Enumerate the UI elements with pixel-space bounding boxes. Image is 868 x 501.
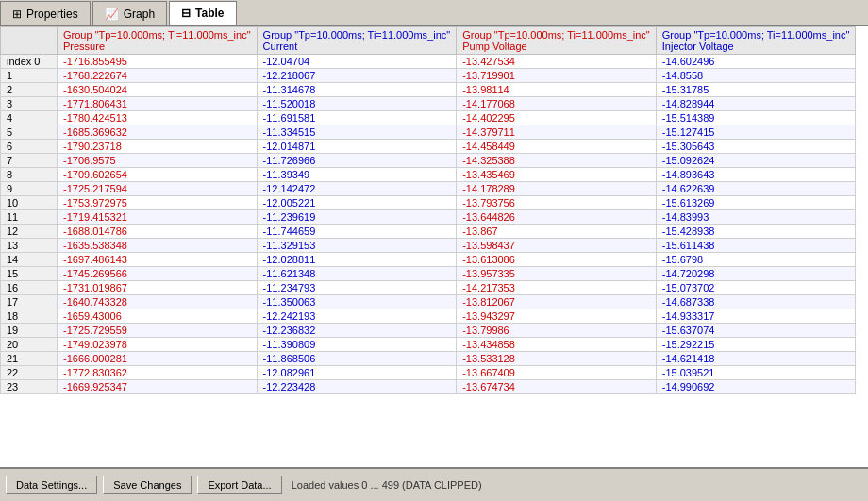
table-row: 15-1745.269566-11.621348-13.957335-14.72… bbox=[1, 267, 856, 281]
cell-current: -11.239619 bbox=[257, 210, 457, 225]
cell-pressure: -1790.23718 bbox=[58, 140, 258, 154]
cell-index: 21 bbox=[1, 352, 58, 366]
cell-injector: -15.611438 bbox=[656, 239, 856, 253]
tab-properties[interactable]: ⊞ Properties bbox=[0, 1, 91, 25]
col-header-pressure: Group "Tp=10.000ms; Ti=11.000ms_inc"Pres… bbox=[58, 27, 258, 55]
cell-pressure: -1685.369632 bbox=[58, 125, 258, 140]
save-changes-button[interactable]: Save Changes bbox=[103, 476, 192, 494]
cell-index: 13 bbox=[1, 239, 58, 253]
table-row: 22-1772.830362-12.082961-13.667409-15.03… bbox=[1, 366, 856, 380]
table-row: index 0-1716.855495-12.04704-13.427534-1… bbox=[1, 55, 856, 69]
cell-current: -11.329153 bbox=[257, 239, 457, 253]
table-row: 9-1725.217594-12.142472-14.178289-14.622… bbox=[1, 182, 856, 196]
cell-index: 19 bbox=[1, 324, 58, 338]
cell-index: 6 bbox=[1, 140, 58, 154]
cell-pressure: -1640.743328 bbox=[58, 295, 258, 309]
table-row: 21-1666.000281-11.868506-13.533128-14.62… bbox=[1, 352, 856, 366]
table-row: 1-1768.222674-12.218067-13.719901-14.855… bbox=[1, 69, 856, 83]
cell-injector: -15.127415 bbox=[656, 125, 856, 140]
cell-pressure: -1719.415321 bbox=[58, 210, 258, 225]
table-row: 3-1771.806431-11.520018-14.177068-14.828… bbox=[1, 97, 856, 111]
cell-pump: -14.458449 bbox=[457, 140, 657, 154]
table-row: 23-1669.925347-12.223428-13.674734-14.99… bbox=[1, 380, 856, 394]
export-data-button[interactable]: Export Data... bbox=[197, 476, 281, 494]
cell-pump: -13.613086 bbox=[457, 253, 657, 267]
table-container: Group "Tp=10.000ms; Ti=11.000ms_inc"Pres… bbox=[0, 26, 868, 468]
cell-pump: -13.943297 bbox=[457, 309, 657, 324]
cell-pressure: -1635.538348 bbox=[58, 239, 258, 253]
cell-injector: -15.613269 bbox=[656, 196, 856, 210]
cell-pressure: -1666.000281 bbox=[58, 352, 258, 366]
cell-injector: -15.637074 bbox=[656, 324, 856, 338]
cell-injector: -15.073702 bbox=[656, 281, 856, 295]
cell-pressure: -1659.43006 bbox=[58, 309, 258, 324]
cell-injector: -15.514389 bbox=[656, 111, 856, 125]
col-header-pump: Group "Tp=10.000ms; Ti=11.000ms_inc"Pump… bbox=[457, 27, 657, 55]
cell-index: 11 bbox=[1, 210, 58, 225]
cell-injector: -14.621418 bbox=[656, 352, 856, 366]
col-header-current: Group "Tp=10.000ms; Ti=11.000ms_inc"Curr… bbox=[257, 27, 457, 55]
table-row: 7-1706.9575-11.726966-14.325388-15.09262… bbox=[1, 154, 856, 168]
cell-injector: -14.933317 bbox=[656, 309, 856, 324]
table-row: 11-1719.415321-11.239619-13.644826-14.83… bbox=[1, 210, 856, 225]
cell-current: -12.142472 bbox=[257, 182, 457, 196]
cell-injector: -14.8558 bbox=[656, 69, 856, 83]
cell-pump: -13.867 bbox=[457, 225, 657, 239]
cell-current: -11.314678 bbox=[257, 83, 457, 97]
table-row: 18-1659.43006-12.242193-13.943297-14.933… bbox=[1, 309, 856, 324]
tab-graph[interactable]: 📈 Graph bbox=[92, 1, 167, 25]
cell-index: 9 bbox=[1, 182, 58, 196]
table-row: 17-1640.743328-11.350063-13.812067-14.68… bbox=[1, 295, 856, 309]
cell-current: -11.744659 bbox=[257, 225, 457, 239]
table-row: 6-1790.23718-12.014871-14.458449-15.3056… bbox=[1, 140, 856, 154]
cell-pressure: -1706.9575 bbox=[58, 154, 258, 168]
cell-current: -11.621348 bbox=[257, 267, 457, 281]
cell-pump: -14.325388 bbox=[457, 154, 657, 168]
col-header-index bbox=[1, 27, 58, 55]
cell-pressure: -1725.729559 bbox=[58, 324, 258, 338]
cell-injector: -14.990692 bbox=[656, 380, 856, 394]
cell-pressure: -1697.486143 bbox=[58, 253, 258, 267]
table-body: index 0-1716.855495-12.04704-13.427534-1… bbox=[1, 55, 856, 394]
table-row: 10-1753.972975-12.005221-13.793756-15.61… bbox=[1, 196, 856, 210]
cell-pressure: -1630.504024 bbox=[58, 83, 258, 97]
cell-index: 10 bbox=[1, 196, 58, 210]
cell-pump: -14.379711 bbox=[457, 125, 657, 140]
cell-index: 2 bbox=[1, 83, 58, 97]
cell-pump: -13.667409 bbox=[457, 366, 657, 380]
data-settings-button[interactable]: Data Settings... bbox=[6, 476, 97, 494]
cell-injector: -15.092624 bbox=[656, 154, 856, 168]
table-row: 4-1780.424513-11.691581-14.402295-15.514… bbox=[1, 111, 856, 125]
cell-pump: -13.719901 bbox=[457, 69, 657, 83]
cell-pressure: -1745.269566 bbox=[58, 267, 258, 281]
cell-current: -11.390809 bbox=[257, 338, 457, 352]
cell-index: 18 bbox=[1, 309, 58, 324]
cell-index: 20 bbox=[1, 338, 58, 352]
cell-index: 4 bbox=[1, 111, 58, 125]
table-row: 14-1697.486143-12.028811-13.613086-15.67… bbox=[1, 253, 856, 267]
cell-index: 17 bbox=[1, 295, 58, 309]
cell-injector: -15.428938 bbox=[656, 225, 856, 239]
cell-index: index 0 bbox=[1, 55, 58, 69]
table-row: 16-1731.019867-11.234793-14.217353-15.07… bbox=[1, 281, 856, 295]
cell-pressure: -1768.222674 bbox=[58, 69, 258, 83]
cell-index: 1 bbox=[1, 69, 58, 83]
cell-injector: -14.720298 bbox=[656, 267, 856, 281]
tab-table[interactable]: ⊟ Table bbox=[169, 1, 236, 25]
cell-injector: -14.602496 bbox=[656, 55, 856, 69]
cell-current: -11.726966 bbox=[257, 154, 457, 168]
table-row: 5-1685.369632-11.334515-14.379711-15.127… bbox=[1, 125, 856, 140]
cell-pump: -13.533128 bbox=[457, 352, 657, 366]
cell-index: 8 bbox=[1, 168, 58, 182]
cell-injector: -14.893643 bbox=[656, 168, 856, 182]
cell-pump: -13.98114 bbox=[457, 83, 657, 97]
cell-current: -11.350063 bbox=[257, 295, 457, 309]
tab-graph-label: Graph bbox=[124, 8, 155, 21]
tab-properties-label: Properties bbox=[26, 8, 78, 21]
cell-injector: -14.622639 bbox=[656, 182, 856, 196]
cell-current: -11.334515 bbox=[257, 125, 457, 140]
cell-index: 5 bbox=[1, 125, 58, 140]
cell-pressure: -1771.806431 bbox=[58, 97, 258, 111]
cell-pressure: -1772.830362 bbox=[58, 366, 258, 380]
cell-pump: -13.434858 bbox=[457, 338, 657, 352]
